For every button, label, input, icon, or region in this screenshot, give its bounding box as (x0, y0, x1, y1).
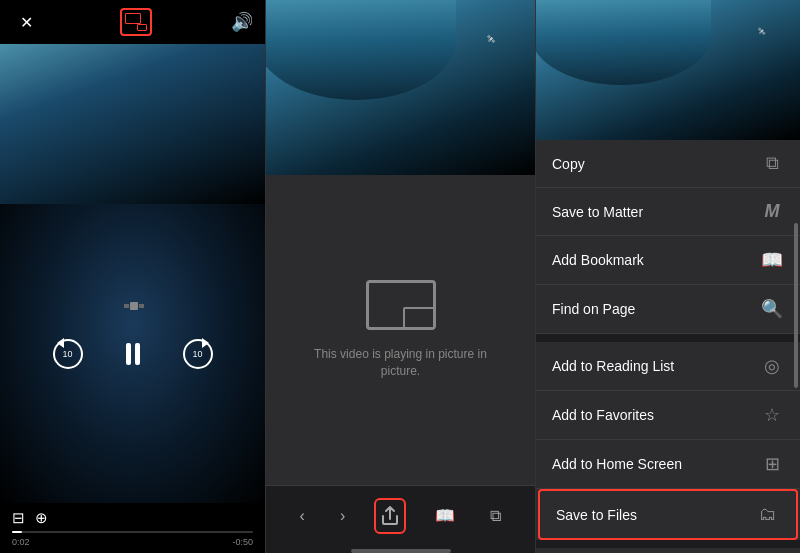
back-button[interactable]: ‹ (294, 501, 311, 531)
video-thumbnail (0, 44, 265, 204)
menu-divider-1 (536, 334, 800, 342)
menu-item-reading-list-label: Add to Reading List (552, 358, 760, 374)
menu-item-copy[interactable]: Copy ⧉ (536, 140, 800, 188)
video-times: 0:02 -0:50 (12, 537, 253, 547)
pip-monitor-inner (403, 307, 435, 329)
menu-item-copy-label: Copy (552, 156, 760, 172)
video-controls: 10 10 (53, 324, 213, 384)
rewind-button[interactable]: 10 (53, 339, 83, 369)
forward-button[interactable]: 10 (183, 339, 213, 369)
home-screen-icon: ⊞ (760, 453, 784, 475)
video-action-icons: ⊟ ⊕ (12, 509, 48, 527)
pip-video-thumbnail: 🛰 (266, 0, 535, 175)
pause-icon (126, 343, 140, 365)
satellite-shape (124, 299, 144, 313)
sound-button[interactable]: 🔊 (231, 11, 253, 33)
menu-item-find-page-label: Find on Page (552, 301, 760, 317)
play-pause-button[interactable] (113, 334, 153, 374)
find-icon: 🔍 (760, 298, 784, 320)
scrollbar[interactable] (794, 223, 798, 388)
pip-message: This video is playing in picture in pict… (301, 346, 501, 380)
home-indicator (351, 549, 451, 553)
earth-visual (266, 0, 456, 100)
video-progress-bar[interactable] (12, 531, 253, 533)
menu-item-markup[interactable]: Markup ✒ (536, 548, 800, 553)
close-button[interactable]: ✕ (12, 8, 40, 36)
reading-list-icon: ◎ (760, 355, 784, 377)
video-bottom-bar: ⊟ ⊕ 0:02 -0:50 (0, 503, 265, 553)
pip-content-area: This video is playing in picture in pict… (266, 175, 535, 485)
pip-bottom-bar: ‹ › 📖 ⧉ (266, 485, 535, 545)
video-progress-fill (12, 531, 22, 533)
video-top-bar: ✕ 🔊 (0, 0, 265, 44)
menu-item-add-bookmark-label: Add Bookmark (552, 252, 760, 268)
copy-icon: ⧉ (760, 153, 784, 174)
pip-browser-panel: 🛰 This video is playing in picture in pi… (265, 0, 535, 553)
sat-panel-left (124, 304, 129, 308)
time-remaining: -0:50 (232, 537, 253, 547)
menu-item-favorites-label: Add to Favorites (552, 407, 760, 423)
more-icon[interactable]: ⊕ (35, 509, 48, 527)
menu-item-reading-list[interactable]: Add to Reading List ◎ (536, 342, 800, 391)
menu-item-save-matter[interactable]: Save to Matter M (536, 188, 800, 236)
pip-monitor-outer (366, 280, 436, 330)
sat-body (130, 302, 138, 310)
share-icon (382, 506, 398, 526)
bookmark-icon: 📖 (760, 249, 784, 271)
video-player-panel: ✕ 🔊 10 1 (0, 0, 265, 553)
matter-icon: M (760, 201, 784, 222)
menu-divider-2 (536, 540, 800, 548)
forward-label: 10 (192, 349, 202, 359)
menu-earth-visual (536, 0, 711, 85)
pip-outer-icon (125, 13, 141, 24)
sat-panel-right (139, 304, 144, 308)
menu-item-home-screen-label: Add to Home Screen (552, 456, 760, 472)
forward-button[interactable]: › (334, 501, 351, 531)
menu-item-favorites[interactable]: Add to Favorites ☆ (536, 391, 800, 440)
pip-inner-icon (137, 24, 147, 31)
pause-bar-right (135, 343, 140, 365)
menu-item-add-bookmark[interactable]: Add Bookmark 📖 (536, 236, 800, 285)
menu-satellite-icon: 🛰 (758, 28, 765, 35)
satellite-visual (119, 294, 149, 319)
pip-satellite-icon: 🛰 (487, 35, 495, 44)
video-content-area: 10 10 (0, 204, 265, 503)
video-action-row: ⊟ ⊕ (12, 509, 253, 527)
menu-item-save-files-label: Save to Files (556, 507, 756, 523)
pip-large-icon (366, 280, 436, 330)
rewind-label: 10 (62, 349, 72, 359)
pause-bar-left (126, 343, 131, 365)
airplay-icon[interactable]: ⊟ (12, 509, 25, 527)
bookmarks-button[interactable]: 📖 (429, 500, 461, 531)
share-menu-panel: 🛰 Copy ⧉ Save to Matter M Add Bookmark 📖… (535, 0, 800, 553)
menu-item-save-matter-label: Save to Matter (552, 204, 760, 220)
time-current: 0:02 (12, 537, 30, 547)
favorites-icon: ☆ (760, 404, 784, 426)
tabs-button[interactable]: ⧉ (484, 501, 507, 531)
files-icon: 🗂 (756, 504, 780, 525)
menu-item-find-page[interactable]: Find on Page 🔍 (536, 285, 800, 334)
menu-video-thumbnail: 🛰 (536, 0, 800, 140)
share-menu-list: Copy ⧉ Save to Matter M Add Bookmark 📖 F… (536, 140, 800, 553)
pip-button[interactable] (120, 8, 152, 36)
share-button[interactable] (374, 498, 406, 534)
menu-item-save-files[interactable]: Save to Files 🗂 (538, 489, 798, 540)
menu-item-home-screen[interactable]: Add to Home Screen ⊞ (536, 440, 800, 489)
